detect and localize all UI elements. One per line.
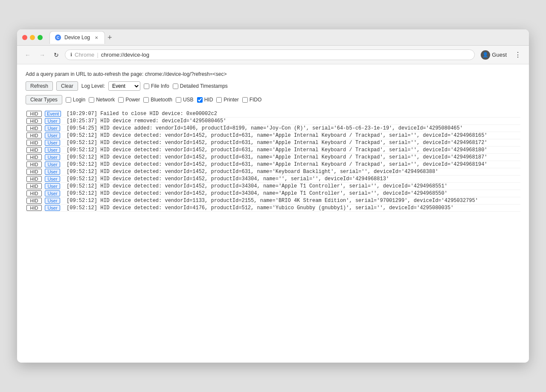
type-checkbox-fido[interactable] [242,97,248,103]
browser-window: C Device Log ✕ + ← → ↻ ℹ Chrome | chrome… [17,29,529,363]
log-entry-12: HIDUser[09:52:12] HID device detected: v… [26,197,520,205]
log-message-4: [09:52:12] HID device detected: vendorId… [67,140,520,146]
log-message-9: [09:52:12] HID device detected: vendorId… [67,176,520,182]
log-entry-0: HIDEvent[10:29:07] Failed to close HID d… [26,110,520,118]
tags-cell-9: HIDUser [26,176,65,182]
tag-hid: HID [26,169,42,175]
back-button[interactable]: ← [22,50,33,60]
clear-types-button[interactable]: Clear Types [26,95,62,104]
tag-hid: HID [26,140,42,146]
type-label-hid: HID [204,97,213,103]
type-label-power: Power [125,97,140,103]
type-checkbox-login[interactable] [66,97,71,103]
log-message-8: [09:52:12] HID device detected: vendorId… [67,169,520,175]
tag-user: User [45,169,60,175]
type-checkbox-label-usb[interactable]: USB [176,97,194,103]
tag-hid: HID [26,190,42,196]
log-entry-5: HIDUser[09:52:12] HID device detected: v… [26,147,520,154]
type-checkbox-hid[interactable] [197,97,203,103]
type-checkbox-network[interactable] [89,97,94,103]
tags-cell-11: HIDUser [26,190,65,196]
active-tab[interactable]: C Device Log ✕ [49,31,105,44]
tags-cell-6: HIDUser [26,154,65,160]
tag-hid: HID [26,154,42,160]
log-message-0: [10:29:07] Failed to close HID device: 0… [67,111,520,117]
log-entry-13: HIDUser[09:52:12] HID device detected: v… [26,205,520,212]
nav-right: 👤 Guest ⋮ [478,49,524,61]
file-info-checkbox[interactable] [144,84,149,89]
log-message-12: [09:52:12] HID device detected: vendorId… [67,198,520,204]
tags-cell-0: HIDEvent [26,111,65,117]
type-checkbox-usb[interactable] [176,97,181,103]
tags-cell-5: HIDUser [26,147,65,153]
type-checkbox-label-login[interactable]: Login [66,97,85,103]
forward-button[interactable]: → [37,50,48,60]
log-entry-4: HIDUser[09:52:12] HID device detected: v… [26,139,520,147]
refresh-button[interactable]: Refresh [26,81,53,91]
tag-hid: HID [26,147,42,153]
types-row: Clear Types LoginNetworkPowerBluetoothUS… [26,95,520,104]
type-checkbox-label-bluetooth[interactable]: Bluetooth [143,97,172,103]
account-button[interactable]: 👤 Guest [478,49,509,61]
log-level-select[interactable]: Event Verbose Debug Info Warning Error [108,81,140,91]
type-checkbox-bluetooth[interactable] [143,97,149,103]
log-message-10: [09:52:12] HID device detected: vendorId… [67,183,520,189]
close-button[interactable] [22,35,27,40]
file-info-label: File Info [151,83,169,89]
clear-button[interactable]: Clear [56,81,78,91]
tags-cell-3: HIDUser [26,133,65,138]
tags-cell-12: HIDUser [26,198,65,204]
info-bar: Add a query param in URL to auto-refresh… [26,71,520,77]
file-info-checkbox-label[interactable]: File Info [144,83,169,89]
log-entry-1: HIDUser[10:25:37] HID device removed: de… [26,118,520,125]
security-icon: ℹ [70,52,72,58]
type-label-fido: FIDO [250,97,262,103]
detailed-timestamps-checkbox-label[interactable]: Detailed Timestamps [173,83,228,89]
type-label-login: Login [73,97,85,103]
menu-button[interactable]: ⋮ [512,49,524,61]
tags-cell-1: HIDUser [26,118,65,124]
tag-user: User [45,125,60,131]
maximize-button[interactable] [38,35,43,40]
type-label-usb: USB [183,97,194,103]
log-entry-9: HIDUser[09:52:12] HID device detected: v… [26,176,520,183]
tag-user: User [45,133,60,138]
log-entry-11: HIDUser[09:52:12] HID device detected: v… [26,190,520,197]
log-message-11: [09:52:12] HID device detected: vendorId… [67,190,520,196]
tag-user: User [45,198,60,204]
type-checkbox-power[interactable] [118,97,124,103]
type-checkbox-label-hid[interactable]: HID [197,97,213,103]
tag-user: User [45,147,60,153]
type-checkbox-label-power[interactable]: Power [118,97,140,103]
log-message-5: [09:52:12] HID device detected: vendorId… [67,147,520,153]
tags-cell-8: HIDUser [26,169,65,175]
tag-user: User [45,183,60,189]
tab-close-button[interactable]: ✕ [93,35,99,40]
log-message-3: [09:52:12] HID device detected: vendorId… [67,133,520,138]
type-checkbox-label-fido[interactable]: FIDO [242,97,262,103]
type-label-network: Network [96,97,115,103]
reload-button[interactable]: ↻ [51,50,61,60]
tag-hid: HID [26,176,42,182]
tags-cell-4: HIDUser [26,140,65,146]
log-entry-7: HIDUser[09:52:12] HID device detected: v… [26,161,520,168]
type-checkbox-label-network[interactable]: Network [89,97,115,103]
tab-favicon: C [55,35,61,40]
minimize-button[interactable] [30,35,35,40]
type-label-bluetooth: Bluetooth [151,97,172,103]
log-message-1: [10:25:37] HID device removed: deviceId=… [67,118,520,124]
type-checkbox-label-printer[interactable]: Printer [216,97,238,103]
type-checkbox-printer[interactable] [216,97,222,103]
log-message-6: [09:52:12] HID device detected: vendorId… [67,154,520,160]
tag-hid: HID [26,183,42,189]
account-label: Guest [492,52,507,58]
new-tab-button[interactable]: + [105,34,115,41]
log-message-2: [09:54:25] HID device added: vendorId=14… [67,125,520,131]
tag-user: User [45,190,60,196]
detailed-timestamps-checkbox[interactable] [173,84,178,89]
address-bar[interactable]: ℹ Chrome | chrome://device-log [65,49,475,60]
tag-hid: HID [26,133,42,138]
tag-user: User [45,140,60,146]
tag-user: User [45,154,60,160]
log-level-label: Log Level: [81,83,105,89]
